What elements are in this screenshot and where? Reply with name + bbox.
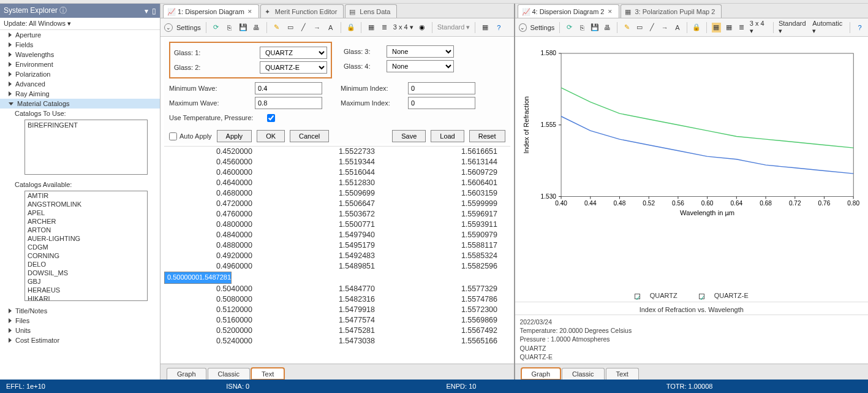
minwave-input[interactable] (255, 82, 322, 94)
text-icon[interactable]: A (673, 23, 682, 32)
arrow-icon[interactable]: → (312, 23, 322, 32)
table-row[interactable]: 0.48400001.54979401.5590979 (164, 230, 510, 240)
layers-icon[interactable]: ≣ (737, 23, 746, 32)
table-row[interactable]: 0.46400001.55128301.5606401 (164, 178, 510, 188)
pencil-icon[interactable]: ✎ (272, 23, 282, 32)
pencil-icon[interactable]: ✎ (622, 23, 632, 32)
catalog-item[interactable]: AUER-LIGHTING (25, 234, 147, 243)
catalog-item[interactable]: ARCHER (25, 217, 147, 226)
print-icon[interactable]: 🖶 (252, 23, 262, 32)
line-icon[interactable]: ╱ (299, 23, 309, 32)
btab-graph[interactable]: Graph (521, 368, 561, 380)
table-row[interactable]: 0.46800001.55096991.5603159 (164, 188, 510, 199)
copy-icon[interactable]: ⎘ (578, 23, 587, 32)
glass2-select[interactable]: QUARTZ-E (260, 61, 327, 74)
table-row[interactable]: 0.50000001.54872811.5579932 (164, 272, 232, 284)
catalog-item[interactable]: GBJ (25, 277, 147, 286)
close-icon[interactable]: ✕ (247, 9, 252, 15)
table-row[interactable]: 0.48800001.54951791.5588117 (164, 240, 510, 251)
catalog-item[interactable]: CDGM (25, 243, 147, 251)
btab-classic[interactable]: Classic (562, 368, 604, 380)
tree-item-polarization[interactable]: Polarization (0, 69, 160, 79)
reset-button[interactable]: Reset (469, 130, 505, 142)
glass4-select[interactable]: None (387, 60, 454, 72)
settings-button[interactable]: Settings (530, 24, 555, 31)
tree-item-ray-aiming[interactable]: Ray Aiming (0, 89, 160, 99)
table-row[interactable]: 0.47200001.55066471.5599999 (164, 199, 510, 209)
chart-area[interactable]: 1.5301.5551.5800.400.440.480.520.560.600… (518, 39, 866, 287)
table-row[interactable]: 0.51200001.54799181.5572300 (164, 305, 510, 315)
window-icon[interactable]: ▦ (712, 23, 721, 32)
load-button[interactable]: Load (431, 130, 464, 142)
settings-button[interactable]: Settings (176, 24, 201, 31)
catalog-item[interactable]: BIREFRINGENT (28, 121, 145, 129)
config-icon[interactable]: ▦ (480, 23, 490, 32)
btab-text[interactable]: Text (606, 368, 639, 380)
grid-icon[interactable]: ▦ (725, 23, 734, 32)
glass1-select[interactable]: QUARTZ (260, 47, 327, 59)
copy-icon[interactable]: ⎘ (225, 23, 235, 32)
apply-button[interactable]: Apply (217, 130, 252, 142)
table-row[interactable]: 0.51600001.54775741.5569869 (164, 315, 510, 326)
text-icon[interactable]: A (326, 23, 336, 32)
catalogs-available-list[interactable]: AMTIRANGSTROMLINKAPELARCHERARTONAUER-LIG… (25, 191, 148, 301)
rect-icon[interactable]: ▭ (285, 23, 295, 32)
grid-dropdown[interactable]: 3 x 4 ▾ (750, 20, 768, 35)
table-row[interactable]: 0.46000001.55160441.5609729 (164, 167, 510, 178)
save-icon[interactable]: 💾 (238, 23, 248, 32)
table-row[interactable]: 0.47600001.55036721.5596917 (164, 209, 510, 219)
expand-icon[interactable]: ⌄ (164, 23, 173, 32)
help-icon[interactable]: ⓘ (59, 6, 67, 15)
catalogs-to-use-list[interactable]: BIREFRINGENT (25, 120, 148, 175)
tree-item-fields[interactable]: Fields (0, 40, 160, 50)
tree-item-environment[interactable]: Environment (0, 59, 160, 69)
catalog-item[interactable]: DELO (25, 260, 147, 269)
tree-item-aperture[interactable]: Aperture (0, 30, 160, 40)
maxidx-input[interactable] (408, 97, 475, 109)
maxwave-input[interactable] (255, 97, 322, 109)
save-icon[interactable]: 💾 (591, 23, 600, 32)
tree-item-cost-estimator[interactable]: Cost Estimator (0, 335, 160, 345)
table-row[interactable]: 0.49200001.54924831.5585324 (164, 251, 510, 261)
dropdown-icon[interactable]: ▾ (145, 7, 148, 15)
data-table[interactable]: 0.45200001.55227331.56166510.45600001.55… (164, 146, 510, 364)
pin-icon[interactable]: ▯ (152, 7, 156, 15)
table-row[interactable]: 0.48000001.55007711.5593911 (164, 219, 510, 230)
table-row[interactable]: 0.50800001.54823161.5574786 (164, 294, 510, 305)
btab-graph[interactable]: Graph (167, 368, 206, 380)
arrow-icon[interactable]: → (660, 23, 670, 32)
tab-lens-data[interactable]: ▤Lens Data (345, 4, 397, 18)
lock-icon[interactable]: 🔒 (692, 23, 701, 32)
catalog-item[interactable]: ANGSTROMLINK (25, 200, 147, 208)
tab-polarization-map[interactable]: ▦3: Polarization Pupil Map 2 (621, 4, 722, 18)
tree-item-title-notes[interactable]: Title/Notes (0, 306, 160, 316)
help-icon[interactable]: ? (855, 23, 864, 32)
table-row[interactable]: 0.45200001.55227331.5616651 (164, 147, 510, 157)
print-icon[interactable]: 🖶 (603, 23, 612, 32)
temp-checkbox[interactable] (267, 114, 275, 122)
layers-icon[interactable]: ≣ (380, 23, 390, 32)
tree-item-units[interactable]: Units (0, 326, 160, 335)
catalog-item[interactable]: HIKARI (25, 294, 147, 301)
refresh-icon[interactable]: ⟳ (565, 23, 574, 32)
table-row[interactable]: 0.52400001.54730381.5565166 (164, 336, 510, 346)
btab-classic[interactable]: Classic (208, 368, 250, 380)
tree-item-material-catalogs[interactable]: Material Catalogs (0, 99, 160, 109)
tree-item-advanced[interactable]: Advanced (0, 79, 160, 89)
table-row[interactable]: 0.49600001.54898511.5582596 (164, 261, 510, 272)
refresh-icon[interactable]: ⟳ (211, 23, 221, 32)
grid-dropdown[interactable]: 3 x 4 ▾ (393, 23, 413, 31)
standard-dropdown[interactable]: Standard ▾ (779, 20, 809, 35)
save-button[interactable]: Save (392, 130, 426, 142)
target-icon[interactable]: ◉ (417, 23, 427, 32)
catalog-item[interactable]: DOWSIL_MS (25, 269, 147, 277)
catalog-item[interactable]: HERAEUS (25, 286, 147, 294)
tree-item-files[interactable]: Files (0, 316, 160, 326)
btab-text[interactable]: Text (251, 368, 284, 380)
ok-button[interactable]: OK (257, 130, 285, 142)
catalog-item[interactable]: CORNING (25, 251, 147, 260)
tree-item-wavelengths[interactable]: Wavelengths (0, 50, 160, 59)
minidx-input[interactable] (408, 82, 475, 94)
close-icon[interactable]: ✕ (608, 9, 613, 15)
catalog-item[interactable]: APEL (25, 208, 147, 217)
